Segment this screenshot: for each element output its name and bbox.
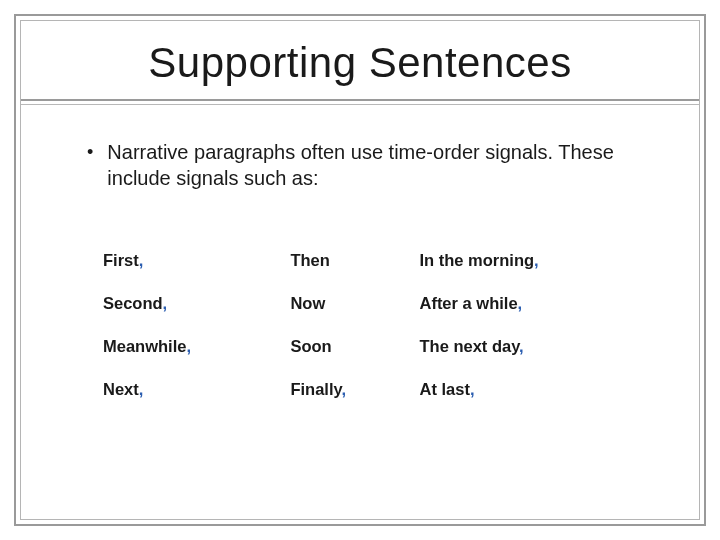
signal-word: First [103,251,139,269]
signal-cell: At last, [411,368,655,411]
signal-comma: , [186,337,191,355]
signal-cell: Finally, [282,368,411,411]
signal-cell: Second, [95,282,282,325]
signal-cell: After a while, [411,282,655,325]
signal-comma: , [470,380,475,398]
signal-comma: , [139,380,144,398]
table-row: Second, Now After a while, [95,282,655,325]
signal-cell: First, [95,239,282,282]
signal-cell: Soon [282,325,411,368]
signal-word: Finally [290,380,341,398]
signal-comma: , [519,337,524,355]
bullet-text: Narrative paragraphs often use time-orde… [107,139,659,191]
signal-comma: , [518,294,523,312]
bullet-item: • Narrative paragraphs often use time-or… [61,139,659,191]
signal-cell: Now [282,282,411,325]
signal-comma: , [534,251,539,269]
signal-comma: , [139,251,144,269]
frame-inner: Supporting Sentences • Narrative paragra… [20,20,700,520]
signal-word: In the morning [419,251,534,269]
signal-word: Second [103,294,163,312]
signal-word: Soon [290,337,331,355]
signal-cell: Then [282,239,411,282]
title-divider-inner [21,104,699,105]
signal-word: The next day [419,337,519,355]
signal-word: Next [103,380,139,398]
signal-word: Now [290,294,325,312]
signals-table: First, Then In the morning, Second, Now … [95,239,655,411]
signal-word: Meanwhile [103,337,186,355]
frame-outer: Supporting Sentences • Narrative paragra… [14,14,706,526]
title-divider [21,99,699,105]
signal-comma: , [163,294,168,312]
slide-container: Supporting Sentences • Narrative paragra… [0,0,720,540]
signal-word: After a while [419,294,517,312]
table-row: First, Then In the morning, [95,239,655,282]
signal-word: At last [419,380,469,398]
table-row: Next, Finally, At last, [95,368,655,411]
bullet-marker: • [87,139,93,165]
signal-comma: , [341,380,346,398]
signal-cell: In the morning, [411,239,655,282]
signal-word: Then [290,251,329,269]
signal-cell: Next, [95,368,282,411]
signal-cell: Meanwhile, [95,325,282,368]
slide-title: Supporting Sentences [61,39,659,87]
table-row: Meanwhile, Soon The next day, [95,325,655,368]
signal-cell: The next day, [411,325,655,368]
